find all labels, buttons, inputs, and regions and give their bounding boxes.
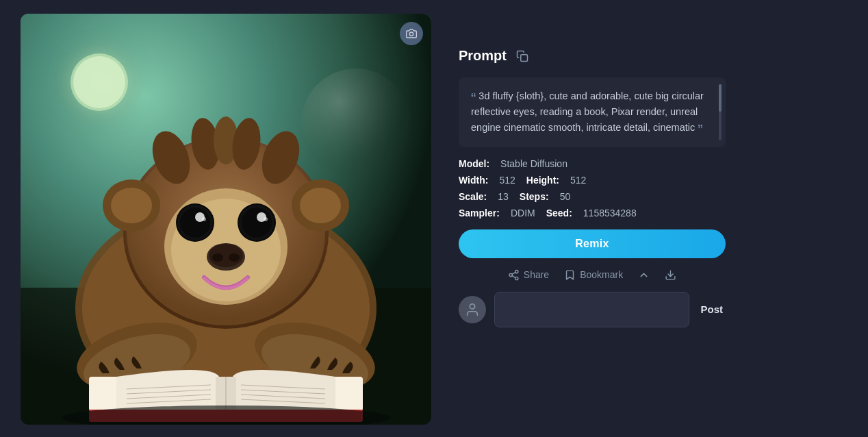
scrollbar-track (719, 84, 722, 140)
svg-point-28 (212, 253, 223, 262)
sloth-image (21, 14, 431, 425)
share-icon (508, 269, 520, 281)
main-container: Prompt “3d fluffy {sloth}, cute and ador… (0, 0, 868, 437)
comment-row: Post (459, 292, 726, 327)
svg-point-29 (229, 253, 240, 262)
steps-value: 50 (560, 191, 571, 202)
prompt-header: Prompt (459, 48, 847, 64)
svg-point-60 (470, 303, 474, 308)
seed-value: 1158534288 (583, 208, 637, 218)
seed-label: Seed: (546, 208, 572, 218)
prompt-box: “3d fluffy {sloth}, cute and adorable, c… (459, 77, 726, 147)
model-label: Model: (459, 158, 489, 169)
prompt-text: 3d fluffy {sloth}, cute and adorable, cu… (471, 90, 704, 133)
download-button[interactable] (665, 269, 676, 281)
copy-button[interactable] (513, 49, 531, 64)
svg-rect-53 (521, 54, 528, 61)
download-icon (665, 269, 676, 281)
meta-section: Model: Stable Diffusion Width: 512 Heigh… (459, 158, 847, 218)
bookmark-label: Bookmark (580, 269, 623, 280)
avatar (459, 296, 486, 323)
meta-row-sampler-seed: Sampler: DDIM Seed: 1158534288 (459, 208, 847, 218)
scale-label: Scale: (459, 191, 487, 202)
quote-open-icon: “ (471, 90, 476, 107)
upvote-icon (638, 269, 650, 281)
svg-point-25 (264, 217, 268, 221)
meta-row-model: Model: Stable Diffusion (459, 158, 847, 169)
image-panel (21, 14, 431, 425)
meta-row-dimensions: Width: 512 Height: 512 (459, 175, 847, 186)
avatar-icon (465, 302, 480, 317)
svg-line-57 (512, 275, 515, 277)
scale-value: 13 (498, 191, 509, 202)
upvote-button[interactable] (638, 269, 650, 281)
height-value: 512 (570, 175, 586, 186)
sampler-value: DDIM (511, 208, 535, 218)
model-value: Stable Diffusion (500, 158, 567, 169)
action-bar: Share Bookmark (459, 269, 726, 281)
prompt-title: Prompt (459, 48, 507, 64)
comment-input[interactable] (494, 292, 689, 327)
camera-icon-btn[interactable] (400, 22, 423, 45)
bookmark-button[interactable]: Bookmark (564, 269, 623, 281)
svg-point-31 (111, 188, 152, 223)
svg-point-23 (242, 208, 272, 238)
svg-line-58 (512, 272, 515, 274)
scrollbar-thumb (719, 84, 722, 112)
svg-point-20 (202, 217, 206, 221)
quote-close-icon: ” (698, 121, 702, 138)
remix-button[interactable]: Remix (459, 229, 726, 258)
bookmark-icon (564, 269, 576, 281)
svg-point-3 (73, 56, 125, 108)
svg-point-33 (300, 188, 341, 223)
height-label: Height: (526, 175, 559, 186)
steps-label: Steps: (520, 191, 549, 202)
share-button[interactable]: Share (508, 269, 549, 281)
share-label: Share (524, 269, 549, 280)
meta-row-scale-steps: Scale: 13 Steps: 50 (459, 191, 847, 202)
svg-point-52 (409, 32, 413, 36)
info-panel: Prompt “3d fluffy {sloth}, cute and ador… (459, 14, 847, 327)
sampler-label: Sampler: (459, 208, 500, 218)
svg-point-18 (180, 208, 210, 238)
post-button[interactable]: Post (698, 303, 726, 315)
width-label: Width: (459, 175, 488, 186)
width-value: 512 (499, 175, 515, 186)
svg-point-4 (301, 68, 411, 178)
